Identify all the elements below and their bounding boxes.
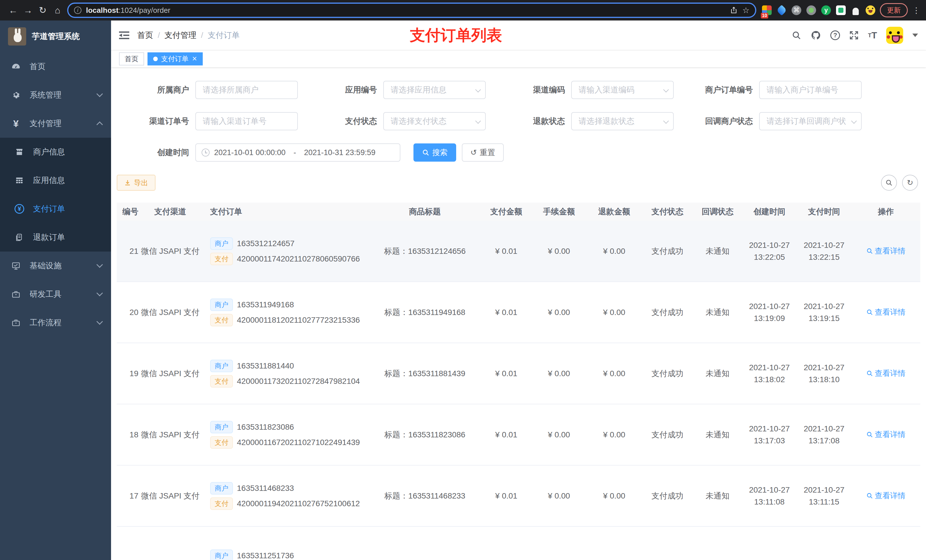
- notify-status-select[interactable]: [759, 112, 862, 130]
- app-window: ← → ↻ ⌂ i localhost:1024/pay/order ☆ 10 …: [0, 0, 926, 560]
- sidebar-toggle-icon[interactable]: [119, 31, 129, 40]
- merchant-tag: 商户: [210, 549, 233, 560]
- share-icon[interactable]: [730, 6, 738, 14]
- extension-badge: 10: [761, 13, 768, 18]
- address-bar[interactable]: i localhost:1024/pay/order ☆: [67, 3, 756, 18]
- pay-tag: 支付: [210, 436, 233, 449]
- view-detail-link[interactable]: 查看详情: [866, 429, 905, 440]
- search-button[interactable]: 搜索: [413, 143, 456, 162]
- table-row[interactable]: 20 微信 JSAPI 支付 商户1635311949168 支付4200001…: [117, 282, 920, 343]
- sidebar-item-home[interactable]: 首页: [0, 52, 111, 81]
- site-info-icon[interactable]: i: [74, 6, 82, 14]
- sidebar-item-refund-order[interactable]: 退款订单: [0, 223, 111, 252]
- sidebar-item-workflow[interactable]: 工作流程: [0, 308, 111, 337]
- tab-close-icon[interactable]: ✕: [192, 55, 197, 63]
- table-row[interactable]: 21 微信 JSAPI 支付 商户1635312124657 支付4200001…: [117, 221, 920, 282]
- app-select[interactable]: [383, 81, 486, 99]
- sidebar-item-pay[interactable]: ¥ 支付管理: [0, 109, 111, 138]
- extension-command-icon[interactable]: ⌘: [791, 5, 801, 15]
- help-icon[interactable]: ?: [830, 30, 840, 40]
- extension-doc-icon[interactable]: [836, 5, 846, 15]
- page-content: 所属商户 应用编号 渠道编码 商户订单编号: [111, 67, 926, 560]
- date-start[interactable]: 2021-10-01 00:00:00: [214, 148, 286, 157]
- home-icon[interactable]: ⌂: [50, 5, 65, 16]
- extension-grid-icon[interactable]: 10: [762, 5, 772, 15]
- back-icon[interactable]: ←: [6, 5, 21, 16]
- sidebar-item-app-info[interactable]: 应用信息: [0, 166, 111, 195]
- table-row[interactable]: 18 微信 JSAPI 支付 商户1635311823086 支付4200001…: [117, 405, 920, 465]
- view-detail-link[interactable]: 查看详情: [866, 368, 905, 379]
- toggle-search-button[interactable]: [881, 175, 897, 191]
- refresh-table-button[interactable]: ↻: [902, 175, 918, 191]
- dashboard-icon: [9, 62, 23, 71]
- chevron-down-icon: [97, 290, 103, 296]
- extension-v-icon[interactable]: y: [821, 5, 831, 15]
- table-row[interactable]: 19 微信 JSAPI 支付 商户1635311881440 支付4200001…: [117, 343, 920, 405]
- channel-order-no-input[interactable]: [195, 112, 298, 130]
- magnifier-icon: [866, 431, 873, 438]
- table-row[interactable]: 17 微信 JSAPI 支付 商户1635311468233 支付4200001…: [117, 465, 920, 527]
- top-navbar: 首页 / 支付管理 / 支付订单 支付订单列表 ?: [111, 21, 926, 50]
- tab-home[interactable]: 首页: [119, 52, 144, 65]
- view-detail-link[interactable]: 查看详情: [866, 307, 905, 317]
- extension-dot-icon[interactable]: [806, 5, 816, 15]
- date-range-picker[interactable]: 2021-10-01 00:00:00 - 2021-10-31 23:59:5…: [195, 143, 400, 162]
- pay-status-select[interactable]: [383, 112, 486, 130]
- pay-tag: 支付: [210, 375, 233, 388]
- filter-channel-order-no: 渠道订单号: [117, 112, 298, 130]
- search-icon[interactable]: [791, 30, 801, 40]
- caret-down-icon[interactable]: [912, 33, 918, 37]
- forward-icon[interactable]: →: [21, 5, 35, 16]
- sidebar-item-merchant-info[interactable]: 商户信息: [0, 138, 111, 166]
- tags-view-bar: 首页 支付订单 ✕: [111, 50, 926, 67]
- clock-icon: [201, 148, 210, 157]
- browser-menu-icon[interactable]: ⋮: [912, 6, 920, 15]
- fullscreen-icon[interactable]: [849, 30, 859, 40]
- yen-icon: ¥: [9, 118, 23, 129]
- sidebar-item-pay-order[interactable]: ¥ 支付订单: [0, 195, 111, 223]
- avatar[interactable]: [886, 27, 903, 44]
- filter-merchant: 所属商户: [117, 81, 298, 99]
- merchant-tag: 商户: [210, 360, 233, 372]
- merchant-order-no-input[interactable]: [759, 81, 862, 99]
- browser-update-button[interactable]: 更新: [880, 3, 908, 17]
- filter-refund-status: 退款状态: [493, 112, 674, 130]
- app-body: 芋道管理系统 首页 系统管理 ¥ 支付管: [0, 21, 926, 560]
- document-icon: [12, 233, 26, 242]
- merchant-tag: 商户: [210, 299, 233, 311]
- sidebar-logo[interactable]: 芋道管理系统: [0, 21, 111, 52]
- status-badge: 支付成功: [642, 307, 693, 318]
- table-header: 编号 支付渠道 支付订单 商品标题 支付金额 手续金额 退款金额 支付状态 回调…: [117, 202, 920, 221]
- reset-button[interactable]: ↺ 重置: [462, 143, 504, 162]
- status-badge: 支付成功: [642, 368, 693, 379]
- url-text[interactable]: localhost:1024/pay/order: [86, 6, 725, 15]
- extension-silhouette-icon[interactable]: [851, 5, 861, 15]
- refund-status-select[interactable]: [571, 112, 674, 130]
- bookmark-star-icon[interactable]: ☆: [742, 6, 749, 15]
- sidebar-item-system[interactable]: 系统管理: [0, 81, 111, 109]
- date-end[interactable]: 2021-10-31 23:59:59: [304, 148, 375, 157]
- app-title: 芋道管理系统: [32, 31, 80, 42]
- channel-code-select[interactable]: [571, 81, 674, 99]
- view-detail-link[interactable]: 查看详情: [866, 491, 905, 501]
- tab-active-dot: [153, 57, 158, 61]
- breadcrumb-pay[interactable]: 支付管理: [165, 30, 197, 41]
- extension-kite-icon[interactable]: [776, 5, 787, 16]
- filter-app: 应用编号: [305, 81, 486, 99]
- extension-emoji-icon[interactable]: [865, 5, 875, 15]
- view-detail-link[interactable]: 查看详情: [866, 246, 905, 256]
- github-icon[interactable]: [810, 30, 821, 41]
- pay-tag: 支付: [210, 497, 233, 510]
- breadcrumb-current: 支付订单: [208, 30, 240, 41]
- breadcrumb-home[interactable]: 首页: [137, 30, 153, 41]
- font-size-icon[interactable]: TT: [868, 30, 877, 41]
- filter-create-time: 创建时间 2021-10-01 00:00:00 - 2021-10-31 23…: [117, 143, 400, 162]
- sidebar-item-devtool[interactable]: 研发工具: [0, 280, 111, 308]
- table-row[interactable]: 商户1635311251736: [117, 527, 920, 560]
- reload-icon[interactable]: ↻: [35, 5, 50, 16]
- chevron-down-icon: [97, 318, 103, 325]
- tab-pay-order[interactable]: 支付订单 ✕: [147, 52, 203, 65]
- sidebar-item-infra[interactable]: 基础设施: [0, 252, 111, 280]
- merchant-select[interactable]: [195, 81, 298, 99]
- export-button[interactable]: 导出: [117, 175, 156, 191]
